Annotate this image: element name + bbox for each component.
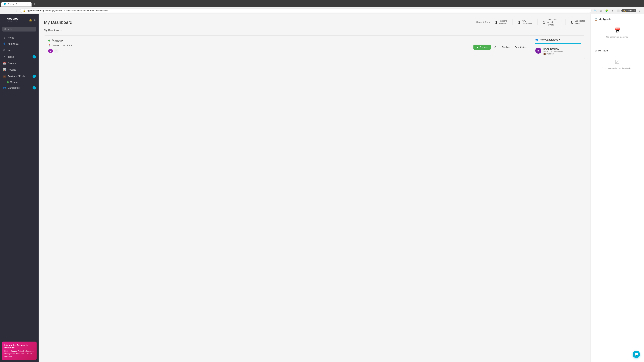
sidebar-brand: Moodjoy Lauren Deli [5,17,29,23]
tasks-empty-icon: ☑ [615,59,620,65]
tasks-section: ☑ My Tasks ☑ You have no incomplete task… [590,46,644,77]
pipeline-link[interactable]: Pipeline [500,45,511,49]
add-team-member-button[interactable]: + [54,49,58,53]
candidate-item: B Bryan Sparrow Added by Lauren Deli 💼 M… [535,46,581,56]
sidebar-item-label: Calendar [8,62,36,65]
extensions-button[interactable]: 🧩 [604,8,609,13]
sidebar-sub-item-label: Manager [10,81,18,83]
position-name[interactable]: Manager [52,39,64,42]
sidebar-item-reports[interactable]: 📊 Reports [0,66,38,73]
new-tab-button[interactable]: + [32,2,37,6]
stat-label: Positions Activated [499,20,507,25]
home-icon: ⌂ [3,36,6,39]
brand-name: Moodjoy [7,17,28,20]
tasks-icon: ✓ [3,55,6,58]
chat-icon: 💬 [634,353,638,356]
candidates-link[interactable]: Candidates [513,45,528,49]
dashboard-header: My Dashboard Recent Stats 1 Positions Ac… [38,14,590,29]
address-text: app.breezy.hr/app/c/moodjoy/p/59357218dc… [27,9,589,12]
candidate-position: 💼 Manager [544,53,581,55]
reports-icon: 📊 [3,68,6,71]
sidebar-item-applicants[interactable]: 👤 Applicants [0,41,38,47]
position-location: 📍 Remote [48,44,60,46]
sidebar-item-inbox[interactable]: ✉ Inbox [0,47,38,53]
position-card-center: ▲ Promote ⚙ Pipeline Candidates [470,35,531,59]
position-card-right: 👥 New Candidates ▾ B Bryan Spa [531,35,585,59]
sidebar-sub-item-manager[interactable]: Manager [0,80,38,84]
dropdown-arrow: ▾ [559,38,560,41]
tasks-header: ☑ My Tasks [594,49,640,52]
sidebar-item-label: Reports [8,68,36,71]
stat-number: 1 [543,20,545,25]
search-button[interactable]: 🔍 [593,8,598,13]
position-meta: 📍 Remote ⊞ 12345 [48,44,466,46]
bookmark-button[interactable]: ☆ [598,8,603,13]
promote-button[interactable]: ▲ Promote [474,44,491,50]
sidebar-header: ← Moodjoy Lauren Deli 🔔 ⚙ [0,14,38,25]
stat-label: New Candidates [522,20,532,25]
positions-icon: 💼 [3,75,6,78]
display-button[interactable]: ⬜ [616,8,620,13]
stat-number: 1 [495,20,498,25]
browser-chrome: B Breezy HR × + ← → ↻ 🔒 app.breezy.hr/ap… [0,0,644,14]
tasks-badge: + [32,55,36,58]
sidebar-item-calendar[interactable]: 📅 Calendar [0,60,38,66]
forward-button[interactable]: → [8,8,13,13]
active-tab[interactable]: B Breezy HR × [1,2,32,6]
tab-close-button[interactable]: × [26,3,29,5]
menu-button[interactable]: ⋮ [637,8,642,13]
position-name-row: Manager [48,39,466,42]
new-candidates-dropdown[interactable]: New Candidates ▾ [540,38,560,41]
back-button[interactable]: ← [2,8,7,13]
incognito-indicator: 🕵 Incognito [621,9,636,12]
stat-number: 0 [571,20,574,25]
stat-positions-activated: 1 Positions Activated [495,20,507,25]
settings-button[interactable]: ⚙ [34,18,36,22]
sidebar-item-tasks[interactable]: ✓ Tasks + [0,53,38,60]
reload-button[interactable]: ↻ [14,8,19,13]
sidebar-item-positions[interactable]: 💼 Positions / Pools + [0,73,38,80]
notification-button[interactable]: 🔔 [29,18,32,22]
position-settings-button[interactable]: ⚙ [493,44,498,50]
sidebar-item-home[interactable]: ⌂ Home [0,34,38,41]
agenda-empty-state: 📅 No upcoming meetings [594,23,640,42]
agenda-empty-icon: 📅 [614,27,621,34]
stat-candidates-hired: 0 Candidates Hired [571,20,585,25]
sidebar-item-candidates[interactable]: 👥 Candidates + [0,84,38,91]
sidebar-item-label: Home [8,36,36,39]
sidebar-back-button[interactable]: ← [3,18,5,21]
stat-candidates-moved: 1 Candidates Moved Forward [543,18,560,26]
candidates-icon: 👥 [3,86,6,89]
stat-label: Candidates Moved Forward [547,18,560,26]
sidebar-header-icons: 🔔 ⚙ [29,18,36,22]
position-team-avatars: L + [48,49,466,53]
browser-nav-actions: 🔍 ☆ 🧩 ⬇ ⬜ 🕵 Incognito ⋮ [593,8,642,13]
positions-dropdown-arrow[interactable]: ▾ [60,29,62,32]
sidebar-item-label: Candidates [8,86,31,89]
sidebar-item-label: Tasks [8,55,31,58]
position-card-left: Manager 📍 Remote ⊞ 12345 [44,35,470,59]
promo-banner[interactable]: Introducing Perform by Breezy HR Faster,… [2,342,36,360]
candidates-header: 👥 New Candidates ▾ [535,38,581,43]
browser-nav-bar: ← → ↻ 🔒 app.breezy.hr/app/c/moodjoy/p/59… [0,7,644,14]
agenda-header: 📋 My Agenda [594,18,640,21]
sidebar: ← Moodjoy Lauren Deli 🔔 ⚙ ⌂ Home 👤 Appli… [0,14,38,362]
agenda-section: 📋 My Agenda 📅 No upcoming meetings [590,14,644,46]
candidate-name[interactable]: Bryan Sparrow [544,48,581,50]
candidate-info: Bryan Sparrow Added by Lauren Deli 💼 Man… [544,48,581,55]
search-input[interactable] [2,27,36,31]
tab-title: Breezy HR [8,3,25,5]
position-icon: 💼 [544,53,546,55]
position-card-body: Manager 📍 Remote ⊞ 12345 [44,35,585,59]
candidates-title-icon: 👥 [535,38,538,41]
agenda-icon: 📋 [594,18,598,21]
requisition-icon: ⊞ [63,44,65,46]
download-button[interactable]: ⬇ [610,8,615,13]
chat-widget[interactable]: 💬 [632,351,640,358]
stat-divider [512,19,513,25]
stat-number: 1 [518,20,520,25]
address-bar[interactable]: 🔒 app.breezy.hr/app/c/moodjoy/p/59357218… [20,8,592,13]
location-icon: 📍 [48,44,51,46]
applicants-icon: 👤 [3,42,6,45]
position-requisition-text: 12345 [66,44,72,46]
